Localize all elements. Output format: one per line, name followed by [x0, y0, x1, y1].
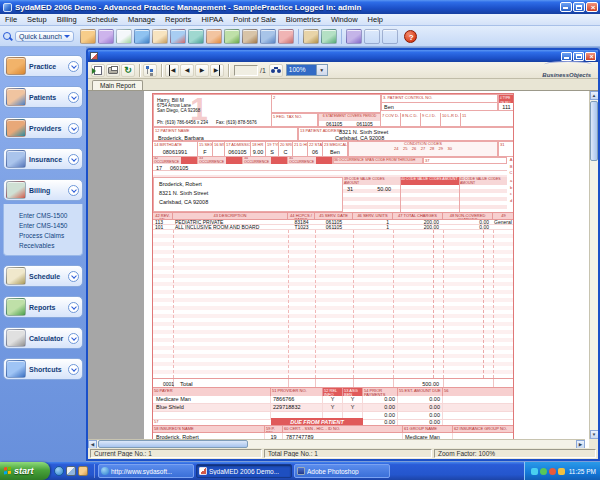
start-button[interactable]: start [0, 462, 50, 480]
toolbar-icon[interactable] [303, 29, 319, 44]
windows-logo-icon [4, 467, 12, 476]
menu-item[interactable]: Billing [52, 14, 82, 26]
scroll-down-icon[interactable]: ▼ [590, 430, 599, 439]
menu-item[interactable]: File [0, 14, 22, 26]
sidebar-billing-link[interactable]: Process Claims [19, 231, 82, 241]
toolbar-icon[interactable] [382, 29, 398, 44]
previous-page-button[interactable]: ◀ [180, 64, 194, 77]
chevron-down-icon[interactable] [68, 61, 79, 72]
chevron-up-icon[interactable] [68, 185, 79, 196]
occurrence-header: 32 OCCURRENCE CODE DATE [153, 157, 198, 164]
tray-icon[interactable] [558, 468, 565, 475]
taskbar-task-sydamed[interactable]: SydaMED 2006 Demo... [196, 464, 292, 478]
vertical-scrollbar[interactable]: ▲ ▼ [589, 91, 598, 439]
sidebar-item-insurance[interactable]: Insurance [3, 148, 83, 170]
form-patient-name: 12 PATIENT NAME Broderick, Barbara [153, 127, 298, 141]
toolbar-icon[interactable] [346, 29, 362, 44]
scroll-right-icon[interactable]: ▶ [576, 440, 585, 449]
toolbar-icon[interactable] [188, 29, 204, 44]
sidebar-item-patients[interactable]: Patients [3, 86, 83, 108]
chevron-down-icon[interactable] [68, 123, 79, 134]
system-tray: 11:25 PM [524, 462, 600, 480]
sidebar-item-schedule[interactable]: Schedule [3, 265, 83, 287]
quick-launch-label: Quick Launch [19, 33, 62, 40]
zoom-combobox[interactable]: 100% ▼ [286, 64, 328, 76]
vertical-scroll-thumb[interactable] [590, 101, 598, 161]
sidebar-item-providers[interactable]: Providers [3, 117, 83, 139]
chevron-down-icon[interactable] [68, 271, 79, 282]
sidebar-item-practice[interactable]: Practice [3, 55, 83, 77]
toolbar-icon[interactable] [80, 29, 96, 44]
form-field: 22 STAT06 [308, 141, 323, 157]
menu-item[interactable]: Setup [22, 14, 52, 26]
print-button[interactable] [106, 64, 120, 77]
toolbar-icon[interactable] [152, 29, 168, 44]
menu-item[interactable]: Window [326, 14, 363, 26]
insured-column-header: 62 INSURANCE GROUP NO. [453, 426, 514, 432]
refresh-button[interactable]: ↻ [121, 64, 135, 77]
scroll-left-icon[interactable]: ◀ [88, 440, 97, 449]
chevron-down-icon[interactable] [68, 333, 79, 344]
toolbar-icon[interactable] [98, 29, 114, 44]
horizontal-scrollbar[interactable]: ◀ ▶ [88, 439, 585, 448]
group-tree-button[interactable] [143, 64, 157, 77]
find-button[interactable] [269, 64, 283, 77]
form-box2: 2 [271, 94, 381, 113]
tray-icon[interactable] [540, 468, 547, 475]
toolbar-icon[interactable] [134, 29, 150, 44]
menu-item[interactable]: Point of Sale [228, 14, 281, 26]
toolbar-icon[interactable] [260, 29, 276, 44]
quick-launch-button[interactable]: Quick Launch [15, 31, 74, 42]
help-icon[interactable] [404, 30, 417, 43]
sidebar-billing-link[interactable]: Enter CMS-1450 [19, 221, 82, 231]
menu-item[interactable]: Biometrics [281, 14, 326, 26]
sidebar-item-shortcuts[interactable]: Shortcuts [3, 358, 83, 380]
show-desktop-icon[interactable] [66, 466, 76, 476]
toolbar-icon[interactable] [224, 29, 240, 44]
taskbar-task-browser[interactable]: http://www.sydasoft... [98, 464, 194, 478]
quick-launch-icon[interactable] [78, 466, 88, 476]
form-demographics-row: 14 BIRTHDATE0806199115 SEXF16 MS17 ADMIS… [153, 141, 348, 157]
dropdown-arrow-icon[interactable]: ▼ [316, 65, 327, 75]
payer-row: Blue Shield 229718832 Y Y 0.00 0.00 [153, 404, 514, 412]
toolbar-icon[interactable] [364, 29, 380, 44]
scroll-up-icon[interactable]: ▲ [590, 91, 599, 100]
sidebar-billing-link[interactable]: Receivables [19, 241, 82, 251]
menu-item[interactable]: Schedule [82, 14, 123, 26]
next-page-button[interactable]: ▶ [195, 64, 209, 77]
tray-icon[interactable] [531, 468, 538, 475]
chevron-down-icon[interactable] [68, 154, 79, 165]
toolbar-icon[interactable] [321, 29, 337, 44]
form-service-headers: 42 REV. CD.43 DESCRIPTION44 HCPCS / RATE… [153, 212, 514, 220]
taskbar-task-photoshop[interactable]: Adobe Photoshop [294, 464, 390, 478]
chevron-down-icon[interactable] [68, 302, 79, 313]
last-page-button[interactable]: ▶ [210, 64, 224, 77]
close-button[interactable]: × [586, 2, 598, 12]
toolbar-icon[interactable] [116, 29, 132, 44]
menu-item[interactable]: HIPAA [196, 14, 228, 26]
sidebar-item-calculator[interactable]: Calculator [3, 327, 83, 349]
previous-page-icon: ◀ [185, 65, 190, 76]
internet-explorer-icon[interactable] [54, 466, 64, 476]
export-button[interactable] [91, 64, 105, 77]
tray-icon[interactable] [549, 468, 556, 475]
sidebar-billing-link[interactable]: Enter CMS-1500 [19, 211, 82, 221]
chevron-down-icon[interactable] [68, 92, 79, 103]
sidebar-item-billing[interactable]: Billing [3, 179, 83, 201]
maximize-button[interactable] [573, 2, 585, 12]
menu-item[interactable]: Manage [123, 14, 160, 26]
menu-item[interactable]: Reports [160, 14, 196, 26]
toolbar-icon[interactable] [206, 29, 222, 44]
page-number-input[interactable] [234, 65, 258, 76]
sidebar-item-reports[interactable]: Reports [3, 296, 83, 318]
toolbar-icon[interactable] [242, 29, 258, 44]
menu-item[interactable]: Help [363, 14, 388, 26]
taskbar: start http://www.sydasoft... SydaMED 200… [0, 462, 600, 480]
tab-main-report[interactable]: Main Report [92, 80, 143, 90]
toolbar-icon[interactable] [278, 29, 294, 44]
first-page-button[interactable]: ◀ [165, 64, 179, 77]
toolbar-icon[interactable] [170, 29, 186, 44]
minimize-button[interactable] [560, 2, 572, 12]
horizontal-scroll-thumb[interactable] [98, 440, 248, 448]
chevron-down-icon[interactable] [68, 364, 79, 375]
